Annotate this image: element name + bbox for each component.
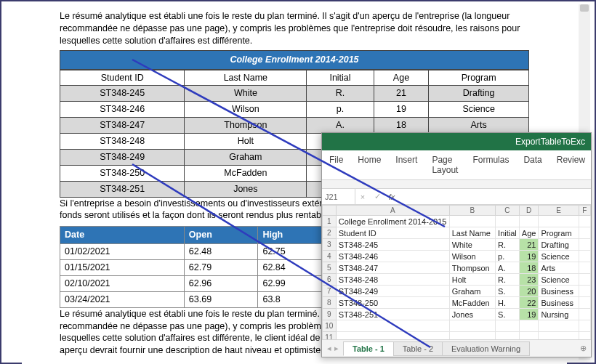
grid-cell[interactable] (579, 286, 590, 297)
row-header[interactable]: 11 (323, 332, 337, 340)
name-box[interactable]: J21 (322, 189, 355, 204)
row-header[interactable]: 1 (323, 216, 337, 227)
ribbon-tab-data[interactable]: Data (516, 150, 549, 179)
grid-cell[interactable] (579, 297, 590, 309)
row-header[interactable]: 7 (323, 286, 337, 297)
grid-cell[interactable]: Last Name (449, 227, 495, 239)
grid-cell[interactable]: p. (496, 251, 520, 262)
grid-cell[interactable] (579, 251, 590, 262)
formula-accept-icon[interactable]: ✓ (370, 192, 384, 201)
grid-cell[interactable]: ST348-251 (336, 309, 449, 320)
row-header[interactable]: 10 (323, 320, 337, 332)
grid-cell[interactable] (496, 320, 520, 332)
ribbon-tab-file[interactable]: File (322, 150, 350, 179)
grid-cell[interactable] (579, 274, 590, 286)
grid-cell[interactable]: White (449, 239, 495, 251)
grid-cell[interactable] (336, 320, 449, 332)
excel-titlebar[interactable]: ExportTableToExc (322, 133, 591, 150)
grid-cell[interactable]: 22 (519, 297, 539, 309)
col-header-F[interactable]: F (579, 206, 590, 216)
grid-cell[interactable]: 19 (519, 309, 539, 320)
scrollbar-thumb[interactable] (580, 4, 589, 12)
grid-cell[interactable]: Holt (449, 274, 495, 286)
grid-cell[interactable]: 21 (519, 239, 539, 251)
grid-cell[interactable]: ST348-245 (336, 239, 449, 251)
col-header-B[interactable]: B (449, 206, 495, 216)
sheet-tab-warning[interactable]: Evaluation Warning (442, 341, 530, 356)
grid-cell[interactable] (336, 332, 449, 340)
grid-cell[interactable] (579, 309, 590, 320)
ribbon-tab-pagelayout[interactable]: Page Layout (424, 150, 465, 179)
grid-cell[interactable] (519, 332, 539, 340)
grid-cell[interactable]: 20 (519, 286, 539, 297)
grid-cell[interactable] (519, 216, 539, 227)
grid-cell[interactable]: Nursing (539, 309, 579, 320)
grid-cell[interactable]: Program (539, 227, 579, 239)
ribbon-tab-insert[interactable]: Insert (388, 150, 424, 179)
col-header-E[interactable]: E (539, 206, 579, 216)
grid-cell[interactable]: R. (496, 274, 520, 286)
grid-cell[interactable]: Business (539, 297, 579, 309)
grid-cell[interactable]: ST348-246 (336, 251, 449, 262)
col-header-C[interactable]: C (496, 206, 520, 216)
col-header-D[interactable]: D (519, 206, 539, 216)
grid-cell[interactable]: ST348-249 (336, 286, 449, 297)
spreadsheet-grid[interactable]: A B C D E F 1College Enrollment 2014-201… (322, 205, 591, 339)
grid-cell[interactable]: Age (519, 227, 539, 239)
grid-cell[interactable]: Science (539, 251, 579, 262)
grid-cell[interactable]: 18 (519, 262, 539, 274)
grid-cell[interactable]: Drafting (539, 239, 579, 251)
grid-cell[interactable] (579, 320, 590, 332)
grid-cell[interactable] (496, 216, 520, 227)
fx-icon[interactable]: fx (384, 193, 399, 201)
grid-cell[interactable]: Thompson (449, 262, 495, 274)
grid-cell[interactable] (539, 332, 579, 340)
grid-cell[interactable]: 19 (519, 251, 539, 262)
grid-cell[interactable]: Business (539, 286, 579, 297)
grid-cell[interactable]: R. (496, 239, 520, 251)
grid-cell[interactable]: Wilson (449, 251, 495, 262)
grid-cell[interactable] (449, 216, 495, 227)
grid-cell[interactable] (496, 332, 520, 340)
grid-cell[interactable]: Science (539, 274, 579, 286)
ribbon-tab-formulas[interactable]: Formulas (465, 150, 516, 179)
ribbon-tab-review[interactable]: Review (549, 150, 592, 179)
grid-cell[interactable]: Jones (449, 309, 495, 320)
grid-cell[interactable] (579, 239, 590, 251)
grid-cell[interactable]: H. (496, 297, 520, 309)
row-header[interactable]: 2 (323, 227, 337, 239)
grid-cell[interactable] (579, 332, 590, 340)
new-sheet-icon[interactable]: ⊕ (575, 344, 591, 353)
grid-cell[interactable]: Arts (539, 262, 579, 274)
grid-cell[interactable] (579, 216, 590, 227)
grid-cell[interactable]: ST348-247 (336, 262, 449, 274)
row-header[interactable]: 3 (323, 239, 337, 251)
grid-cell[interactable]: Initial (496, 227, 520, 239)
row-header[interactable]: 9 (323, 309, 337, 320)
row-header[interactable]: 6 (323, 274, 337, 286)
grid-cell[interactable] (539, 216, 579, 227)
row-header[interactable]: 4 (323, 251, 337, 262)
grid-cell[interactable]: ST348-248 (336, 274, 449, 286)
grid-cell[interactable]: A. (496, 262, 520, 274)
sheet-tab-2[interactable]: Table - 2 (393, 341, 443, 356)
grid-cell[interactable]: S. (496, 286, 520, 297)
col-header-A[interactable]: A (336, 206, 449, 216)
grid-cell[interactable]: Student ID (336, 227, 449, 239)
grid-cell[interactable]: College Enrollment 2014-2015 (336, 216, 449, 227)
grid-cell[interactable]: Graham (449, 286, 495, 297)
grid-cell[interactable] (449, 320, 495, 332)
select-all-corner[interactable] (323, 206, 337, 216)
grid-cell[interactable]: S. (496, 309, 520, 320)
sheet-tab-1[interactable]: Table - 1 (343, 341, 394, 356)
grid-cell[interactable]: McFadden (449, 297, 495, 309)
grid-cell[interactable] (579, 227, 590, 239)
grid-cell[interactable] (449, 332, 495, 340)
formula-cancel-icon[interactable]: × (355, 193, 370, 201)
grid-cell[interactable] (579, 262, 590, 274)
grid-cell[interactable]: 23 (519, 274, 539, 286)
grid-cell[interactable]: ST348-250 (336, 297, 449, 309)
row-header[interactable]: 8 (323, 297, 337, 309)
ribbon-tab-home[interactable]: Home (350, 150, 388, 179)
sheet-nav-icon[interactable]: ◂ ▸ (322, 344, 344, 353)
